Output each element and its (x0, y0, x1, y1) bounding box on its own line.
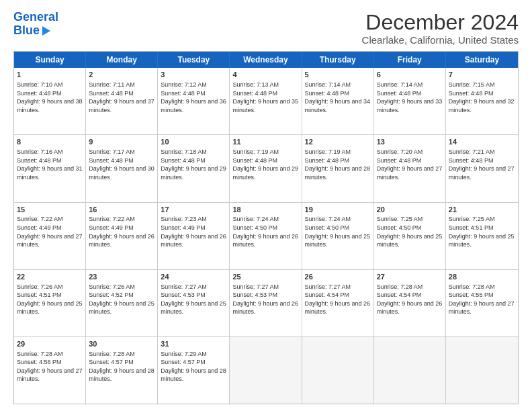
day-number: 19 (305, 205, 371, 215)
day-number: 29 (17, 339, 83, 349)
calendar-cell: 19Sunrise: 7:24 AM Sunset: 4:50 PM Dayli… (302, 203, 374, 269)
day-info: Sunrise: 7:28 AM Sunset: 4:54 PM Dayligh… (377, 283, 443, 316)
calendar-cell: 17Sunrise: 7:23 AM Sunset: 4:49 PM Dayli… (158, 203, 230, 269)
calendar-cell: 9Sunrise: 7:17 AM Sunset: 4:48 PM Daylig… (86, 135, 158, 201)
calendar-row: 8Sunrise: 7:16 AM Sunset: 4:48 PM Daylig… (14, 135, 518, 202)
calendar-cell: 13Sunrise: 7:20 AM Sunset: 4:48 PM Dayli… (374, 135, 446, 201)
day-of-week-friday: Friday (374, 52, 446, 68)
calendar-cell: 1Sunrise: 7:10 AM Sunset: 4:48 PM Daylig… (14, 68, 86, 134)
day-number: 23 (89, 272, 154, 282)
day-number: 26 (305, 272, 371, 282)
day-number: 24 (161, 272, 226, 282)
day-number: 28 (449, 272, 515, 282)
calendar-cell: 7Sunrise: 7:15 AM Sunset: 4:48 PM Daylig… (446, 68, 518, 134)
calendar-cell: 5Sunrise: 7:14 AM Sunset: 4:48 PM Daylig… (302, 68, 374, 134)
logo-blue: Blue (13, 24, 40, 38)
calendar-cell: 24Sunrise: 7:27 AM Sunset: 4:53 PM Dayli… (158, 270, 230, 336)
calendar-cell: 23Sunrise: 7:26 AM Sunset: 4:52 PM Dayli… (86, 270, 158, 336)
day-info: Sunrise: 7:14 AM Sunset: 4:48 PM Dayligh… (305, 81, 371, 114)
day-number: 27 (377, 272, 443, 282)
day-number: 8 (17, 137, 83, 147)
calendar-cell: 2Sunrise: 7:11 AM Sunset: 4:48 PM Daylig… (86, 68, 158, 134)
calendar-row: 22Sunrise: 7:26 AM Sunset: 4:51 PM Dayli… (14, 270, 518, 337)
calendar-cell: 11Sunrise: 7:19 AM Sunset: 4:48 PM Dayli… (230, 135, 302, 201)
day-info: Sunrise: 7:13 AM Sunset: 4:48 PM Dayligh… (232, 81, 298, 114)
subtitle: Clearlake, California, United States (362, 34, 519, 46)
calendar-cell: 27Sunrise: 7:28 AM Sunset: 4:54 PM Dayli… (374, 270, 446, 336)
day-info: Sunrise: 7:19 AM Sunset: 4:48 PM Dayligh… (305, 148, 371, 181)
calendar-cell: 4Sunrise: 7:13 AM Sunset: 4:48 PM Daylig… (230, 68, 302, 134)
calendar-cell (446, 337, 518, 404)
day-info: Sunrise: 7:14 AM Sunset: 4:48 PM Dayligh… (377, 81, 443, 114)
day-info: Sunrise: 7:22 AM Sunset: 4:49 PM Dayligh… (89, 215, 154, 248)
day-number: 16 (89, 205, 154, 215)
day-number: 5 (305, 70, 371, 80)
calendar-cell (374, 337, 446, 404)
calendar-cell: 8Sunrise: 7:16 AM Sunset: 4:48 PM Daylig… (14, 135, 86, 201)
day-info: Sunrise: 7:25 AM Sunset: 4:50 PM Dayligh… (377, 215, 443, 248)
calendar-cell: 3Sunrise: 7:12 AM Sunset: 4:48 PM Daylig… (158, 68, 230, 134)
day-info: Sunrise: 7:16 AM Sunset: 4:48 PM Dayligh… (17, 148, 83, 181)
day-number: 20 (377, 205, 443, 215)
day-of-week-wednesday: Wednesday (230, 52, 302, 68)
calendar-cell: 16Sunrise: 7:22 AM Sunset: 4:49 PM Dayli… (86, 203, 158, 269)
day-info: Sunrise: 7:17 AM Sunset: 4:48 PM Dayligh… (89, 148, 154, 181)
day-of-week-sunday: Sunday (14, 52, 86, 68)
day-info: Sunrise: 7:12 AM Sunset: 4:48 PM Dayligh… (161, 81, 226, 114)
logo-arrow-icon (42, 26, 50, 36)
day-of-week-thursday: Thursday (302, 52, 374, 68)
page: General Blue December 2024 Clearlake, Ca… (0, 0, 532, 411)
logo-general: General (13, 10, 58, 24)
day-info: Sunrise: 7:10 AM Sunset: 4:48 PM Dayligh… (17, 81, 83, 114)
calendar-cell: 30Sunrise: 7:28 AM Sunset: 4:57 PM Dayli… (86, 337, 158, 404)
calendar-row: 15Sunrise: 7:22 AM Sunset: 4:49 PM Dayli… (14, 203, 518, 270)
day-info: Sunrise: 7:21 AM Sunset: 4:48 PM Dayligh… (449, 148, 515, 181)
day-number: 21 (449, 205, 515, 215)
day-number: 2 (89, 70, 154, 80)
calendar-cell: 15Sunrise: 7:22 AM Sunset: 4:49 PM Dayli… (14, 203, 86, 269)
calendar-cell: 26Sunrise: 7:27 AM Sunset: 4:54 PM Dayli… (302, 270, 374, 336)
day-info: Sunrise: 7:20 AM Sunset: 4:48 PM Dayligh… (377, 148, 443, 181)
day-number: 7 (449, 70, 515, 80)
day-number: 9 (89, 137, 154, 147)
day-number: 18 (232, 205, 298, 215)
day-info: Sunrise: 7:24 AM Sunset: 4:50 PM Dayligh… (232, 215, 298, 248)
day-number: 1 (17, 70, 83, 80)
main-title: December 2024 (362, 11, 519, 34)
calendar-cell: 31Sunrise: 7:29 AM Sunset: 4:57 PM Dayli… (158, 337, 230, 404)
day-number: 6 (377, 70, 443, 80)
day-number: 4 (232, 70, 298, 80)
day-info: Sunrise: 7:22 AM Sunset: 4:49 PM Dayligh… (17, 215, 83, 248)
day-info: Sunrise: 7:25 AM Sunset: 4:51 PM Dayligh… (449, 215, 515, 248)
day-number: 15 (17, 205, 83, 215)
logo-text: General Blue (13, 11, 58, 38)
day-of-week-saturday: Saturday (446, 52, 518, 68)
calendar-header: SundayMondayTuesdayWednesdayThursdayFrid… (14, 52, 518, 68)
day-info: Sunrise: 7:27 AM Sunset: 4:53 PM Dayligh… (161, 283, 226, 316)
calendar-wrapper: SundayMondayTuesdayWednesdayThursdayFrid… (13, 51, 519, 404)
day-info: Sunrise: 7:24 AM Sunset: 4:50 PM Dayligh… (305, 215, 371, 248)
calendar-cell: 14Sunrise: 7:21 AM Sunset: 4:48 PM Dayli… (446, 135, 518, 201)
title-block: December 2024 Clearlake, California, Uni… (362, 11, 519, 46)
header: General Blue December 2024 Clearlake, Ca… (13, 11, 519, 46)
day-number: 31 (161, 339, 226, 349)
day-info: Sunrise: 7:26 AM Sunset: 4:52 PM Dayligh… (89, 283, 154, 316)
day-info: Sunrise: 7:27 AM Sunset: 4:54 PM Dayligh… (305, 283, 371, 316)
day-info: Sunrise: 7:18 AM Sunset: 4:48 PM Dayligh… (161, 148, 226, 181)
calendar-cell: 28Sunrise: 7:28 AM Sunset: 4:55 PM Dayli… (446, 270, 518, 336)
calendar-cell: 21Sunrise: 7:25 AM Sunset: 4:51 PM Dayli… (446, 203, 518, 269)
day-info: Sunrise: 7:29 AM Sunset: 4:57 PM Dayligh… (161, 350, 226, 383)
calendar-cell: 18Sunrise: 7:24 AM Sunset: 4:50 PM Dayli… (230, 203, 302, 269)
day-number: 3 (161, 70, 226, 80)
calendar-body: 1Sunrise: 7:10 AM Sunset: 4:48 PM Daylig… (14, 68, 518, 404)
day-number: 12 (305, 137, 371, 147)
calendar-cell: 20Sunrise: 7:25 AM Sunset: 4:50 PM Dayli… (374, 203, 446, 269)
day-of-week-tuesday: Tuesday (158, 52, 230, 68)
calendar-cell: 6Sunrise: 7:14 AM Sunset: 4:48 PM Daylig… (374, 68, 446, 134)
day-info: Sunrise: 7:28 AM Sunset: 4:57 PM Dayligh… (89, 350, 154, 383)
day-of-week-monday: Monday (86, 52, 158, 68)
day-number: 10 (161, 137, 226, 147)
day-number: 14 (449, 137, 515, 147)
calendar-cell: 22Sunrise: 7:26 AM Sunset: 4:51 PM Dayli… (14, 270, 86, 336)
calendar-row: 29Sunrise: 7:28 AM Sunset: 4:56 PM Dayli… (14, 337, 518, 404)
